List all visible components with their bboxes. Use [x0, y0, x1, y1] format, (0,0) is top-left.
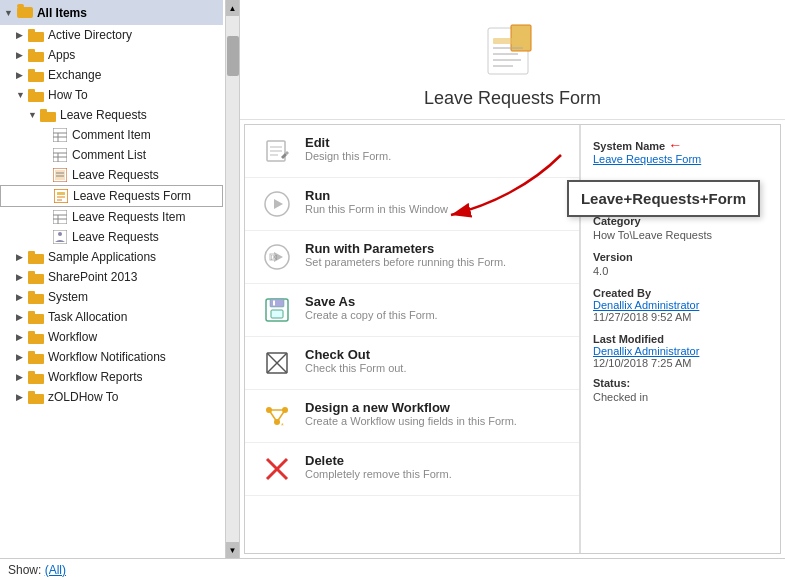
action-check-out-desc: Check this Form out. [305, 362, 406, 374]
scrollbar[interactable]: ▲ ▼ [225, 0, 239, 558]
svg-rect-48 [28, 394, 44, 404]
action-save-as-title: Save As [305, 294, 438, 309]
sidebar-item-how-to[interactable]: ▼ How To [0, 85, 223, 105]
scroll-thumb[interactable] [227, 36, 239, 76]
sidebar-item-all-items[interactable]: ▼ All Items [0, 0, 223, 25]
folder-icon [28, 269, 44, 285]
sidebar-item-active-directory[interactable]: ▶ Active Directory [0, 25, 223, 45]
action-check-out[interactable]: Check Out Check this Form out. [245, 337, 579, 390]
created-by-value[interactable]: Denallix Administrator [593, 299, 768, 311]
doc-person-icon [52, 229, 68, 245]
sidebar-item-comment-list[interactable]: ▶ Comment List [0, 145, 223, 165]
action-delete[interactable]: Delete Completely remove this Form. [245, 443, 579, 496]
svg-rect-4 [28, 52, 44, 62]
sidebar-item-leave-requests-folder[interactable]: ▼ Leave Requests [0, 105, 223, 125]
doc-special-icon [52, 167, 68, 183]
sidebar-label: Comment List [72, 148, 146, 162]
content-header: Leave Requests Form [240, 0, 785, 120]
folder-icon [28, 289, 44, 305]
arrow-icon: ▶ [16, 332, 28, 342]
created-date: 11/27/2018 9:52 AM [593, 311, 768, 323]
action-run-params-title: Run with Parameters [305, 241, 506, 256]
sidebar: ▼ All Items ▶ Active Directory [0, 0, 240, 558]
svg-rect-35 [28, 251, 35, 255]
scroll-up-button[interactable]: ▲ [226, 0, 240, 16]
sidebar-item-leave-requests-person[interactable]: ▶ Leave Requests [0, 227, 223, 247]
sidebar-item-leave-requests-form[interactable]: ▶ Leave Requests Form [0, 185, 223, 207]
bottom-bar: Show: (All) [0, 558, 785, 580]
sidebar-label: Apps [48, 48, 75, 62]
svg-rect-10 [40, 112, 56, 122]
sidebar-item-system[interactable]: ▶ System [0, 287, 223, 307]
sidebar-label: Task Allocation [48, 310, 127, 324]
show-link[interactable]: (All) [45, 563, 66, 577]
show-label: Show: [8, 563, 41, 577]
svg-rect-69 [271, 310, 283, 318]
action-run[interactable]: Run Run this Form in this Window [245, 178, 579, 231]
run-params-icon: [X] [261, 241, 293, 273]
sidebar-label: Sample Applications [48, 250, 156, 264]
svg-rect-9 [28, 89, 35, 93]
sidebar-label: How To [48, 88, 88, 102]
version-label: Version [593, 251, 768, 263]
action-check-out-text: Check Out Check this Form out. [305, 347, 406, 374]
svg-rect-16 [53, 148, 67, 162]
svg-rect-0 [17, 7, 33, 18]
system-name-value[interactable]: Leave Requests Form [593, 153, 768, 165]
system-name-arrow-icon: ← [668, 137, 682, 153]
arrow-icon: ▶ [16, 352, 28, 362]
sidebar-item-leave-requests-doc[interactable]: ▶ Leave Requests [0, 165, 223, 185]
svg-rect-5 [28, 49, 35, 53]
folder-icon [28, 309, 44, 325]
action-edit[interactable]: Edit Design this Form. [245, 125, 579, 178]
action-run-params[interactable]: [X] Run with Parameters Set parameters b… [245, 231, 579, 284]
sidebar-label: Exchange [48, 68, 101, 82]
action-save-as[interactable]: Save As Create a copy of this Form. [245, 284, 579, 337]
sidebar-label: Leave Requests [72, 230, 159, 244]
sidebar-item-zoldhow-to[interactable]: ▶ zOLDHow To [0, 387, 223, 407]
arrow-icon: ▶ [16, 292, 28, 302]
content-main: Edit Design this Form. Run Run this Form… [244, 124, 781, 554]
svg-rect-11 [40, 109, 47, 113]
doc-table-icon [52, 147, 68, 163]
sidebar-item-apps[interactable]: ▶ Apps [0, 45, 223, 65]
sidebar-item-sharepoint[interactable]: ▶ SharePoint 2013 [0, 267, 223, 287]
sidebar-item-workflow-notifications[interactable]: ▶ Workflow Notifications [0, 347, 223, 367]
svg-rect-44 [28, 354, 44, 364]
action-check-out-title: Check Out [305, 347, 406, 362]
scroll-down-button[interactable]: ▼ [226, 542, 240, 558]
action-run-title: Run [305, 188, 448, 203]
folder-icon [28, 67, 44, 83]
system-name-label: System Name ← [593, 137, 768, 153]
scroll-track[interactable] [226, 16, 239, 542]
doc-form-icon [53, 188, 69, 204]
action-edit-desc: Design this Form. [305, 150, 391, 162]
sidebar-label: zOLDHow To [48, 390, 118, 404]
svg-rect-2 [28, 32, 44, 42]
sidebar-item-workflow-reports[interactable]: ▶ Workflow Reports [0, 367, 223, 387]
svg-rect-38 [28, 294, 44, 304]
status-section: Status: [593, 377, 768, 389]
sidebar-item-exchange[interactable]: ▶ Exchange [0, 65, 223, 85]
sidebar-item-workflow[interactable]: ▶ Workflow [0, 327, 223, 347]
arrow-icon: ▶ [16, 272, 28, 282]
sidebar-item-comment-item[interactable]: ▶ Comment Item [0, 125, 223, 145]
folder-icon [28, 249, 44, 265]
last-modified-value[interactable]: Denallix Administrator [593, 345, 768, 357]
action-design-workflow[interactable]: * Design a new Workflow Create a Workflo… [245, 390, 579, 443]
sidebar-item-leave-requests-item[interactable]: ▶ Leave Requests Item [0, 207, 223, 227]
folder-open-icon [28, 87, 44, 103]
svg-rect-24 [54, 189, 68, 203]
action-delete-desc: Completely remove this Form. [305, 468, 452, 480]
action-workflow-title: Design a new Workflow [305, 400, 517, 415]
action-run-desc: Run this Form in this Window [305, 203, 448, 215]
sidebar-item-sample-applications[interactable]: ▶ Sample Applications [0, 247, 223, 267]
sidebar-label: Leave Requests Form [73, 189, 191, 203]
right-panel: System Name ← Leave Requests Form Leave+… [580, 125, 780, 553]
svg-rect-47 [28, 371, 35, 375]
delete-icon [261, 453, 293, 485]
arrow-icon: ▶ [40, 232, 52, 242]
svg-rect-45 [28, 351, 35, 355]
folder-open-icon [17, 4, 33, 18]
sidebar-item-task-allocation[interactable]: ▶ Task Allocation [0, 307, 223, 327]
